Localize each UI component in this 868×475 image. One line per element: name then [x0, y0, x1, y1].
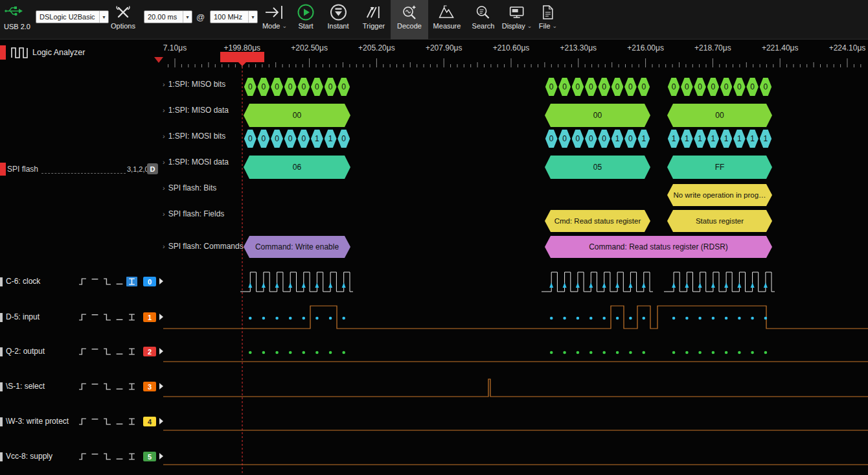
trigger-low-icon[interactable] [114, 452, 125, 461]
row-collapse-icon[interactable]: › [163, 242, 165, 250]
file-button[interactable]: File⌄ [539, 2, 557, 30]
channel-handle-icon[interactable] [159, 314, 166, 320]
row-collapse-icon[interactable]: › [163, 184, 165, 192]
output-sample-dot [303, 351, 306, 354]
decoder-row-spi-flash[interactable]: SPI flash 3,1,2,0 D [0, 163, 162, 177]
channel-number-badge[interactable]: 5 [143, 452, 156, 461]
row-collapse-icon[interactable]: › [163, 132, 165, 140]
channel-handle-icon[interactable] [159, 453, 166, 459]
decoder-badge[interactable]: D [147, 163, 158, 174]
mosi-bit-bubble: 1 [668, 130, 680, 148]
channel-number-badge[interactable]: 3 [143, 382, 156, 391]
trigger-low-icon[interactable] [114, 382, 125, 391]
trigger-high-icon[interactable] [89, 347, 100, 356]
trigger-label: Trigger [363, 22, 385, 30]
ruler-time-label: +218.70μs [694, 43, 731, 52]
channel-number-badge[interactable]: 1 [143, 312, 156, 322]
device-select-value: DSLogic U2Basic [40, 13, 96, 21]
trigger-rise-icon[interactable] [77, 417, 88, 426]
dashed-connector [41, 163, 126, 174]
mosi-bit-bubble: 0 [585, 130, 597, 148]
samplerate-select[interactable]: 100 MHz ▼ [210, 10, 258, 23]
trigger-edge-icon[interactable] [126, 452, 137, 461]
trigger-rise-icon[interactable] [77, 277, 88, 286]
instant-button[interactable]: Instant [327, 2, 348, 30]
trigger-high-icon[interactable] [89, 417, 100, 426]
trigger-high-icon[interactable] [89, 452, 100, 461]
input-sample-dot [262, 317, 266, 320]
row-collapse-icon[interactable]: › [163, 106, 165, 114]
mosi-bit-bubble: 1 [746, 130, 759, 148]
trigger-fall-icon[interactable] [102, 452, 113, 461]
fields-annotation-bubble: Status register [667, 210, 772, 232]
measure-button[interactable]: Measure [433, 2, 461, 30]
channel-color-bar [0, 417, 3, 426]
trigger-flag[interactable] [220, 52, 264, 62]
trigger-low-icon[interactable] [114, 312, 125, 322]
device-tab-logic-analyzer[interactable]: Logic Analyzer [0, 45, 162, 61]
rising-edge-arrow-icon [615, 283, 619, 288]
trigger-edge-icon[interactable] [126, 347, 137, 356]
rising-edge-arrow-icon [764, 283, 768, 288]
trigger-edge-icon[interactable] [126, 312, 137, 322]
output-sample-dot [616, 351, 619, 354]
trigger-low-icon[interactable] [114, 347, 125, 356]
miso-bit-bubble: 0 [545, 78, 558, 96]
search-icon [475, 2, 492, 22]
ruler-time-label: 7.10μs [163, 43, 187, 52]
channel-handle-icon[interactable] [159, 348, 166, 354]
device-select[interactable]: DSLogic U2Basic ▼ [36, 10, 109, 23]
channel-handle-icon[interactable] [159, 418, 166, 424]
trigger-rise-icon[interactable] [77, 452, 88, 461]
channel-handle-icon[interactable] [159, 383, 166, 389]
input-sample-dot [616, 317, 619, 320]
duration-select-value: 20.00 ms [148, 13, 179, 21]
trigger-edge-icon[interactable] [126, 417, 137, 426]
output-sample-dot [315, 351, 319, 354]
search-button[interactable]: Search [472, 2, 495, 30]
trigger-edge-icon[interactable] [126, 382, 137, 391]
channel-number-badge[interactable]: 2 [143, 347, 156, 356]
row-collapse-icon[interactable]: › [163, 210, 165, 218]
trigger-fall-icon[interactable] [102, 382, 113, 391]
row-collapse-icon[interactable]: › [163, 80, 165, 88]
duration-select[interactable]: 20.00 ms ▼ [144, 10, 192, 23]
trigger-button[interactable]: Trigger [363, 2, 385, 30]
mosi-bit-bubble: 0 [545, 130, 558, 148]
chevron-down-icon: ▼ [183, 11, 190, 23]
trigger-low-icon[interactable] [114, 277, 125, 286]
input-sample-dot [738, 317, 741, 320]
mosi-bit-bubble: 1 [694, 130, 706, 148]
output-sample-dot [738, 351, 741, 354]
trigger-edge-icon[interactable] [126, 277, 137, 286]
trigger-high-icon[interactable] [89, 277, 100, 286]
trigger-fall-icon[interactable] [102, 347, 113, 356]
trigger-fall-icon[interactable] [102, 417, 113, 426]
row-collapse-icon[interactable]: › [163, 158, 165, 166]
ruler-time-label: +202.50μs [291, 43, 328, 52]
trigger-rise-icon[interactable] [77, 382, 88, 391]
trigger-rise-icon[interactable] [77, 312, 88, 322]
channel-number-badge[interactable]: 4 [143, 417, 156, 426]
start-button[interactable]: Start [297, 2, 315, 30]
channel-number-badge[interactable]: 0 [143, 277, 156, 286]
display-button[interactable]: Display⌄ [502, 2, 532, 30]
output-sample-dot [764, 351, 768, 354]
trigger-mode-icons [77, 452, 137, 461]
decode-row-label-text: SPI flash: Fields [168, 209, 225, 218]
trigger-low-icon[interactable] [114, 417, 125, 426]
decode-button[interactable]: Decode [391, 0, 428, 40]
trigger-high-icon[interactable] [89, 312, 100, 322]
output-sample-dot [629, 351, 632, 354]
trigger-rise-icon[interactable] [77, 347, 88, 356]
decode-row-label: ›1:SPI: MOSI data [163, 157, 229, 167]
channel-handle-icon[interactable] [159, 278, 166, 284]
miso-bit-bubble: 0 [244, 78, 257, 96]
trigger-high-icon[interactable] [89, 382, 100, 391]
trigger-fall-icon[interactable] [102, 277, 113, 286]
options-button[interactable]: Options [111, 2, 135, 30]
output-sample-dot [672, 351, 676, 354]
miso-bit-bubble: 0 [585, 78, 597, 96]
trigger-fall-icon[interactable] [102, 312, 113, 322]
mode-button[interactable]: Mode⌄ [262, 2, 287, 30]
